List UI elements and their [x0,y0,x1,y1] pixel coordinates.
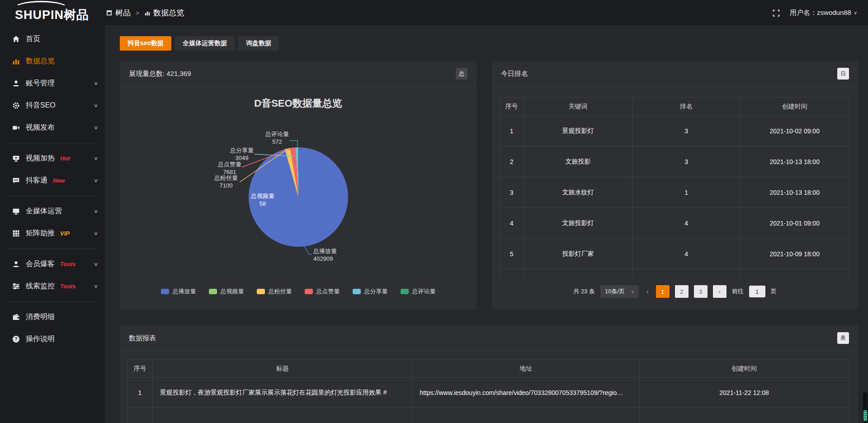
username-label: 用户名：zswodun88 [790,9,851,17]
data-overview-icon [12,57,20,65]
sidebar-item-label: 会员爆客 [26,259,55,269]
video-camera-icon [12,124,20,132]
gear-icon [12,102,20,109]
vip-badge: VIP [60,230,70,237]
user-icon [12,80,20,87]
pie-chart: D音SEO数据量总览 总评论量572 总分享量3049 总点赞量7681 [120,87,476,309]
table-row[interactable]: 1 景观投影灯，夜游景观投影灯厂家展示展示落花灯在花园里的灯光投影应用效果 # … [127,378,849,408]
col-index: 序号 [127,360,153,378]
sidebar-divider [8,301,97,302]
col-url: 地址 [412,360,640,378]
report-panel: 数据报表 表 序号 标题 地址 创建时间 1 景观投影灯，夜游景观投影灯 [120,325,858,423]
breadcrumb-separator: > [136,9,139,17]
legend-item-likes[interactable]: 总点赞量 [305,287,340,296]
sidebar-item-media-operation[interactable]: 全媒体运营 ∨ [0,200,105,222]
table-view-button[interactable]: 表 [837,332,849,344]
sidebar-item-label: 首页 [26,34,40,44]
chevron-down-icon: ∨ [93,208,98,214]
legend-item-videos[interactable]: 总视频量 [209,287,244,296]
sidebar-item-label: 视频发布 [26,123,55,132]
legend-swatch [353,289,361,294]
breadcrumb-root[interactable]: 树品 [106,8,131,18]
sidebar-item-video-publish[interactable]: 视频发布 ∨ [0,117,105,139]
sidebar-item-label: 消费明细 [26,312,55,322]
legend-swatch [401,289,409,294]
sidebar-item-help[interactable]: ? 操作说明 [0,328,105,350]
hot-badge: Hot [60,155,70,162]
table-row[interactable]: 3文旅水纹灯12021-10-13 18:00 [500,177,849,208]
table-row[interactable]: 4文旅投影灯42021-10-01 09:00 [500,208,849,239]
chevron-down-icon: ∨ [854,10,857,16]
page-button-1[interactable]: 1 [656,285,670,298]
day-view-button[interactable]: 日 [837,68,849,80]
table-row[interactable]: 1景观投影灯32021-10-02 09:00 [500,116,849,146]
sidebar-item-consumption[interactable]: 消费明细 [0,306,105,328]
pie-label-fans: 总粉丝量7100 [206,174,246,189]
table-row[interactable]: 2文旅投影32021-10-13 18:00 [500,146,849,177]
bar-chart-icon [144,10,151,16]
ranking-table: 序号 关键词 排名 创建时间 1景观投影灯32021-10-02 09:00 2… [499,97,849,277]
table-row[interactable]: 5投影灯厂家42021-10-09 18:00 [500,239,849,269]
tab-douyin-seo-data[interactable]: 抖音seo数据 [120,36,171,51]
sidebar-item-data-overview[interactable]: 数据总览 [0,50,105,72]
legend-item-fans[interactable]: 总粉丝量 [257,287,292,296]
user-icon [12,260,20,268]
legend-item-comments[interactable]: 总评论量 [401,287,436,296]
pie-label-comments: 总评论量572 [257,130,297,146]
video-title: 景观投影灯，夜游景观投影灯厂家展示展示落花灯在花园里的灯光投影应用效果 # [152,378,412,408]
goto-page-input[interactable] [749,286,765,297]
home-icon [12,35,20,43]
logo-arc-decoration [14,1,69,16]
svg-text:?: ? [14,336,17,342]
page-button-3[interactable]: 3 [694,285,708,298]
col-title: 标题 [152,360,412,378]
sidebar-item-clue-monitor[interactable]: 线索监控 Tools ∨ [0,275,105,297]
goto-unit-label: 页 [771,287,777,296]
report-panel-title: 数据报表 [129,334,156,343]
sidebar-item-video-heat[interactable]: 视频加热 Hot ∨ [0,147,105,169]
sidebar-item-doukerton[interactable]: 抖客通 New ∨ [0,169,105,192]
user-menu[interactable]: 用户名：zswodun88 ∨ [790,9,857,17]
next-page-button[interactable]: › [713,285,726,298]
sidebar-item-account[interactable]: 账号管理 ∨ [0,72,105,94]
sidebar: 首页 数据总览 账号管理 ∨ 抖音SEO ∨ 视频发布 ∨ 视频加热 Hot ∨ [0,26,105,423]
video-url-link[interactable]: https://www.iesdouyin.com/share/video/70… [412,378,640,408]
breadcrumb-root-label: 树品 [115,8,131,18]
legend-item-plays[interactable]: 总播放量 [161,287,196,296]
legend-swatch [257,289,265,294]
ranking-panel: 今日排名 日 序号 关键词 排名 创建时间 [492,61,858,310]
table-header-row: 序号 标题 地址 创建时间 [127,360,849,378]
legend-item-shares[interactable]: 总分享量 [353,287,388,296]
leader-line-plays [304,246,312,254]
chevron-down-icon: ∨ [93,125,98,131]
app-logo[interactable]: SHUPIN树品 [0,0,105,26]
sidebar-item-member-burst[interactable]: 会员爆客 Tools ∨ [0,253,105,275]
sidebar-item-douyin-seo[interactable]: 抖音SEO ∨ [0,94,105,117]
main-content: 抖音seo数据 全媒体运营数据 询盘数据 展现量总数: 421,369 总 D音… [105,26,868,423]
total-view-button[interactable]: 总 [456,68,467,80]
data-tabs: 抖音seo数据 全媒体运营数据 询盘数据 [120,36,858,51]
sidebar-item-label: 账号管理 [26,79,55,88]
sidebar-item-matrix-boost[interactable]: 矩阵助推 VIP ∨ [0,222,105,244]
breadcrumb-current[interactable]: 数据总览 [144,8,184,18]
new-badge: New [53,177,65,184]
col-created: 创建时间 [741,98,849,116]
prev-page-button[interactable]: ‹ [644,287,650,296]
sidebar-item-label: 线索监控 [26,282,55,291]
col-created: 创建时间 [640,360,849,378]
page-size-select[interactable]: 10条/页 ∨ [600,285,639,298]
tab-media-operation-data[interactable]: 全媒体运营数据 [175,36,235,51]
page-button-2[interactable]: 2 [675,285,689,298]
chevron-down-icon: ∨ [93,80,98,86]
fullscreen-icon[interactable] [773,9,780,17]
pie-label-shares: 总分享量3049 [222,146,262,162]
tab-inquiry-data[interactable]: 询盘数据 [238,36,279,51]
sidebar-divider [8,249,97,249]
wallet-icon [12,313,20,321]
sidebar-item-label: 全媒体运营 [26,207,62,216]
chevron-down-icon: ∨ [93,283,98,289]
scrollbar-thumb[interactable] [863,410,867,421]
sidebar-item-home[interactable]: 首页 [0,28,105,50]
table-row [500,269,849,277]
chart-legend: 总播放量 总视频量 总粉丝量 总点赞量 [120,287,476,296]
